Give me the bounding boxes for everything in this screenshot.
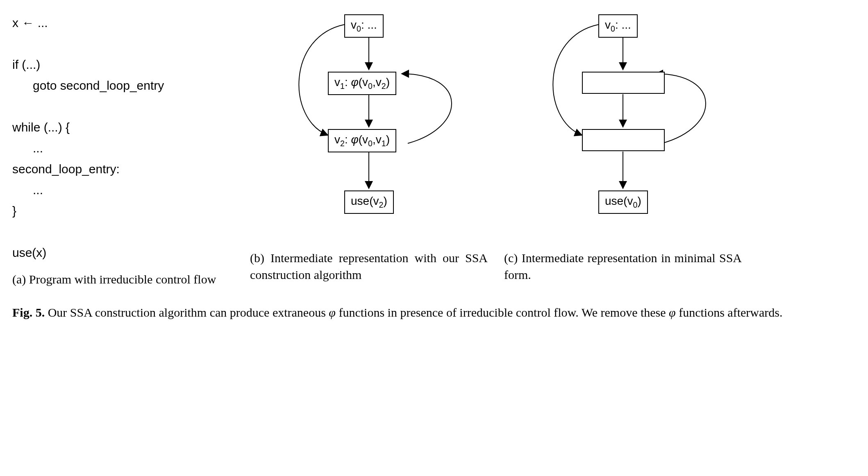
diagram-c: v0: ... use(v0) bbox=[504, 12, 742, 242]
node-b-v1: v1: φ(v0,v2) bbox=[328, 72, 396, 95]
caption-c: (c) Intermediate representation in minim… bbox=[504, 250, 742, 283]
txt: v bbox=[605, 18, 611, 31]
sub: 2 bbox=[340, 139, 345, 148]
phi: φ bbox=[329, 306, 336, 319]
phi: φ bbox=[351, 76, 358, 88]
txt: v bbox=[334, 133, 340, 146]
node-c-empty1 bbox=[582, 72, 665, 94]
code-line: if (...) bbox=[12, 58, 40, 71]
code-line: } bbox=[12, 204, 16, 218]
txt: v bbox=[334, 76, 340, 88]
phi: φ bbox=[351, 133, 358, 146]
sub: 0 bbox=[357, 24, 361, 33]
txt: use(v bbox=[351, 195, 379, 207]
txt: functions in presence of irreducible con… bbox=[336, 306, 669, 319]
sub: 0 bbox=[611, 24, 615, 33]
txt: ) bbox=[386, 133, 390, 146]
sub: 0 bbox=[368, 139, 373, 148]
node-b-v2: v2: φ(v0,v1) bbox=[328, 129, 396, 152]
code-line: ... bbox=[12, 183, 43, 197]
node-b-v0: v0: ... bbox=[344, 14, 384, 38]
txt: (v bbox=[359, 133, 368, 146]
sub: 0 bbox=[368, 82, 373, 91]
sub: 0 bbox=[633, 200, 637, 209]
code-line: while (...) { bbox=[12, 120, 70, 134]
txt: (v bbox=[359, 76, 368, 88]
txt: ,v bbox=[373, 76, 382, 88]
figure-row: x ← ... if (...) goto second_loop_entry … bbox=[12, 12, 856, 288]
txt: ,v bbox=[373, 133, 382, 146]
sub: 1 bbox=[340, 82, 345, 91]
txt: : ... bbox=[615, 18, 631, 31]
code-listing: x ← ... if (...) goto second_loop_entry … bbox=[12, 12, 234, 263]
txt: ) bbox=[637, 195, 641, 207]
code-line: ... bbox=[12, 141, 43, 155]
code-line: second_loop_entry: bbox=[12, 162, 120, 176]
phi: φ bbox=[669, 306, 676, 319]
panel-a: x ← ... if (...) goto second_loop_entry … bbox=[12, 12, 234, 288]
code-line: use(x) bbox=[12, 246, 46, 259]
node-c-v0: v0: ... bbox=[598, 14, 638, 38]
txt: : bbox=[345, 133, 351, 146]
txt: ) bbox=[386, 76, 390, 88]
main-caption: Fig. 5. Our SSA construction algorithm c… bbox=[12, 304, 856, 321]
caption-b: (b) Intermediate representation with our… bbox=[250, 250, 488, 283]
txt: ) bbox=[383, 195, 387, 207]
txt: : ... bbox=[361, 18, 377, 31]
node-b-use: use(v2) bbox=[344, 190, 394, 214]
txt: v bbox=[351, 18, 357, 31]
sub: 1 bbox=[382, 139, 386, 148]
txt: functions afterwards. bbox=[676, 306, 783, 319]
node-c-empty2 bbox=[582, 129, 665, 151]
code-line: x ← ... bbox=[12, 16, 48, 29]
fig-label: Fig. 5. bbox=[12, 306, 45, 319]
diagram-b: v0: ... v1: φ(v0,v2) v2: φ(v0,v1) use(v2… bbox=[250, 12, 488, 242]
sub: 2 bbox=[379, 200, 383, 209]
panel-c: v0: ... use(v0) (c) Intermediate represe… bbox=[504, 12, 742, 283]
panel-b: v0: ... v1: φ(v0,v2) v2: φ(v0,v1) use(v2… bbox=[250, 12, 488, 283]
txt: use(v bbox=[605, 195, 633, 207]
sub: 2 bbox=[382, 82, 386, 91]
node-c-use: use(v0) bbox=[598, 190, 648, 214]
caption-a: (a) Program with irreducible control flo… bbox=[12, 271, 234, 288]
txt: Our SSA construction algorithm can produ… bbox=[45, 306, 329, 319]
txt: : bbox=[345, 76, 351, 88]
code-line: goto second_loop_entry bbox=[12, 79, 164, 92]
